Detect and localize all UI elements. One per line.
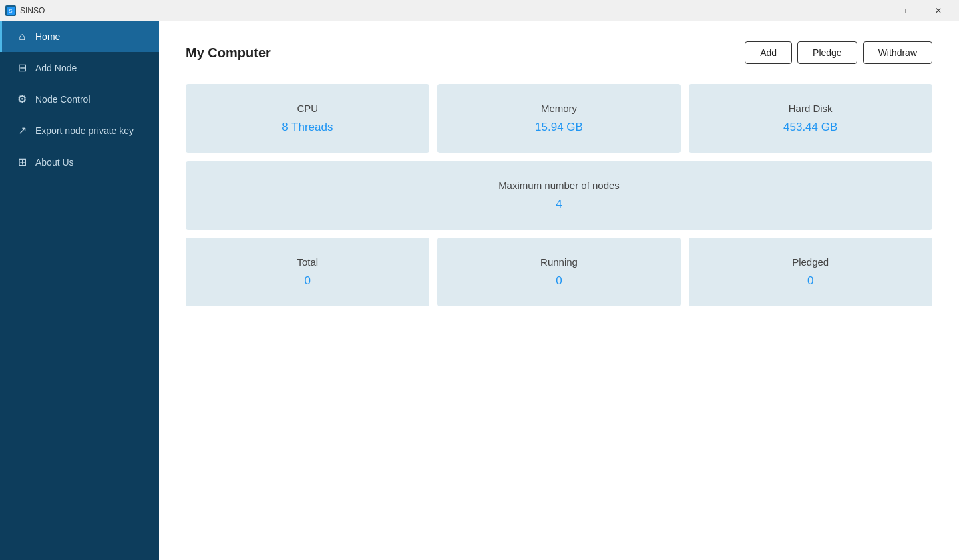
add-button[interactable]: Add bbox=[745, 41, 792, 64]
stats-row-top: CPU 8 Threads Memory 15.94 GB Hard Disk … bbox=[186, 84, 932, 153]
stat-card-memory: Memory 15.94 GB bbox=[437, 84, 681, 153]
stat-card-total: Total 0 bbox=[186, 238, 429, 306]
main-content: My Computer Add Pledge Withdraw CPU 8 Th… bbox=[159, 21, 959, 560]
stat-card-pledged: Pledged 0 bbox=[689, 238, 932, 306]
sidebar: ⌂ Home ⊟ Add Node ⚙ Node Control ↗ Expor… bbox=[0, 21, 159, 560]
about-us-icon: ⊞ bbox=[15, 156, 29, 168]
titlebar: S SINSO ─ □ ✕ bbox=[0, 0, 959, 21]
stat-value-harddisk: 453.44 GB bbox=[783, 121, 837, 134]
stat-value-running: 0 bbox=[556, 274, 562, 288]
app-icon: S bbox=[5, 5, 16, 16]
stats-row-middle: Maximum number of nodes 4 bbox=[186, 161, 932, 230]
stat-card-max-nodes: Maximum number of nodes 4 bbox=[186, 161, 932, 230]
stat-value-cpu: 8 Threads bbox=[282, 121, 333, 134]
minimize-button[interactable]: ─ bbox=[861, 0, 892, 21]
sidebar-label-about-us: About Us bbox=[35, 157, 74, 168]
close-button[interactable]: ✕ bbox=[923, 0, 954, 21]
stat-label-cpu: CPU bbox=[297, 103, 318, 114]
stat-value-pledged: 0 bbox=[807, 274, 813, 288]
sidebar-item-node-control[interactable]: ⚙ Node Control bbox=[0, 83, 159, 115]
export-key-icon: ↗ bbox=[15, 124, 29, 137]
svg-text:S: S bbox=[9, 8, 12, 14]
stat-card-harddisk: Hard Disk 453.44 GB bbox=[689, 84, 932, 153]
titlebar-left: S SINSO bbox=[5, 5, 45, 16]
stat-value-memory: 15.94 GB bbox=[535, 121, 583, 134]
pledge-button[interactable]: Pledge bbox=[797, 41, 857, 64]
sidebar-item-add-node[interactable]: ⊟ Add Node bbox=[0, 52, 159, 83]
stat-label-max-nodes: Maximum number of nodes bbox=[498, 180, 620, 191]
page-title: My Computer bbox=[186, 45, 271, 61]
stat-card-running: Running 0 bbox=[437, 238, 681, 306]
stat-label-total: Total bbox=[297, 256, 318, 268]
add-node-icon: ⊟ bbox=[15, 61, 29, 74]
node-control-icon: ⚙ bbox=[15, 93, 29, 105]
stat-value-max-nodes: 4 bbox=[556, 198, 562, 211]
sidebar-label-home: Home bbox=[35, 31, 60, 42]
stat-label-pledged: Pledged bbox=[792, 256, 829, 268]
stat-label-running: Running bbox=[540, 256, 578, 268]
stats-row-bottom: Total 0 Running 0 Pledged 0 bbox=[186, 238, 932, 306]
sidebar-label-add-node: Add Node bbox=[35, 63, 77, 73]
sidebar-item-about-us[interactable]: ⊞ About Us bbox=[0, 146, 159, 178]
sidebar-item-export-key[interactable]: ↗ Export node private key bbox=[0, 115, 159, 146]
app-body: ⌂ Home ⊟ Add Node ⚙ Node Control ↗ Expor… bbox=[0, 21, 959, 560]
stat-card-cpu: CPU 8 Threads bbox=[186, 84, 429, 153]
withdraw-button[interactable]: Withdraw bbox=[863, 41, 932, 64]
app-title: SINSO bbox=[20, 6, 45, 15]
stat-label-harddisk: Hard Disk bbox=[789, 103, 833, 114]
sidebar-label-export-key: Export node private key bbox=[35, 125, 134, 136]
stat-label-memory: Memory bbox=[541, 103, 577, 114]
header-buttons: Add Pledge Withdraw bbox=[745, 41, 932, 64]
sidebar-item-home[interactable]: ⌂ Home bbox=[0, 21, 159, 52]
maximize-button[interactable]: □ bbox=[892, 0, 923, 21]
sidebar-label-node-control: Node Control bbox=[35, 94, 91, 105]
home-icon: ⌂ bbox=[15, 31, 29, 43]
header-row: My Computer Add Pledge Withdraw bbox=[186, 41, 932, 64]
window-controls: ─ □ ✕ bbox=[861, 0, 954, 21]
stat-value-total: 0 bbox=[305, 274, 311, 288]
